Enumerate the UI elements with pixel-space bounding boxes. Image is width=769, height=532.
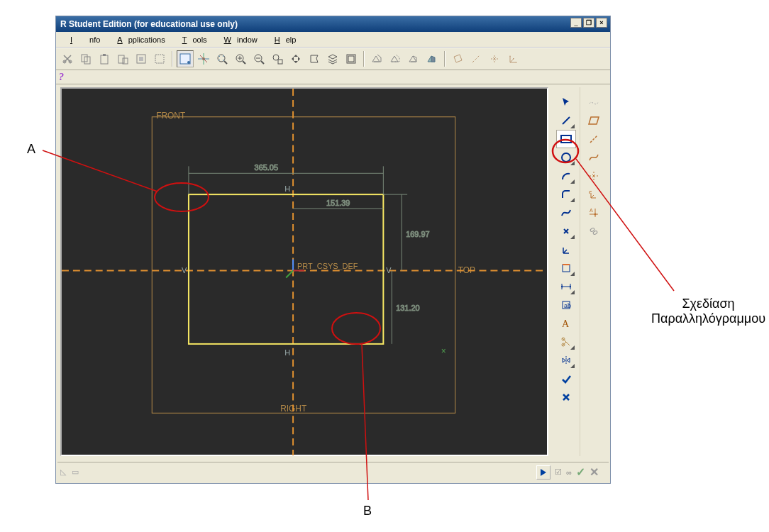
- parallelogram-tool[interactable]: [584, 111, 604, 130]
- svg-point-11: [187, 61, 190, 64]
- sketch-toolbars: ab A A: [553, 87, 609, 456]
- tangent-tool[interactable]: [584, 167, 604, 185]
- svg-text:A: A: [562, 318, 570, 329]
- line-tool[interactable]: [556, 111, 576, 130]
- window-buttons: _ ❐ ×: [570, 18, 607, 28]
- dim-half-width: 151.39: [326, 199, 350, 207]
- fillet-tool[interactable]: [556, 185, 576, 204]
- svg-line-17: [224, 61, 227, 64]
- svg-text:V: V: [182, 266, 187, 275]
- quit-tool[interactable]: [556, 388, 576, 406]
- paste-button[interactable]: [96, 50, 113, 67]
- status-check-icon: ☑: [555, 467, 562, 477]
- centerline-tool[interactable]: [584, 130, 604, 148]
- label-B: B: [363, 504, 372, 519]
- paste-spec-button[interactable]: [114, 50, 131, 67]
- plane-disp-button[interactable]: [449, 50, 466, 67]
- sketch-toolbar-secondary: A: [580, 87, 607, 456]
- close-button[interactable]: ×: [596, 18, 607, 28]
- cut-button[interactable]: [59, 50, 76, 67]
- csys-disp-button[interactable]: [504, 50, 521, 67]
- done-tool[interactable]: [556, 370, 576, 388]
- graphics-area[interactable]: FRONT RIGHT TOP H H V V 365.05 151.39: [60, 87, 548, 456]
- svg-text:ab: ab: [564, 302, 571, 309]
- menu-help[interactable]: Help: [263, 34, 302, 45]
- spin-center-button[interactable]: [195, 50, 212, 67]
- point-tool[interactable]: [556, 222, 576, 240]
- svg-rect-5: [103, 54, 106, 56]
- label-A: A: [27, 142, 35, 157]
- svg-point-70: [594, 214, 596, 216]
- rectangle-tool[interactable]: [556, 130, 576, 148]
- label-rect-tool: Σχεδίαση Παραλληλόγραμμου: [651, 297, 765, 326]
- svg-rect-6: [118, 55, 124, 63]
- arc-tool[interactable]: [556, 167, 576, 185]
- csys-tool[interactable]: [556, 240, 576, 259]
- help-row: ?: [56, 70, 610, 84]
- offset-tool[interactable]: [584, 148, 604, 167]
- zoom-area-button[interactable]: [269, 50, 286, 67]
- menu-bar: Info Applications Tools Window Help: [56, 32, 610, 48]
- layers-button[interactable]: [324, 50, 341, 67]
- menu-tools[interactable]: Tools: [171, 34, 213, 45]
- svg-rect-26: [278, 60, 282, 64]
- select-area-button[interactable]: [151, 50, 168, 67]
- menu-applications[interactable]: Applications: [106, 34, 170, 45]
- minimize-button[interactable]: _: [570, 18, 582, 28]
- maximize-button[interactable]: ❐: [583, 18, 594, 28]
- application-window: R Student Edition (for educational use o…: [55, 16, 611, 484]
- shade-button[interactable]: [424, 50, 441, 67]
- construction-toggle[interactable]: [584, 93, 604, 111]
- hidden-button[interactable]: [387, 50, 404, 67]
- context-help-button[interactable]: ?: [59, 72, 64, 82]
- play-button[interactable]: [536, 465, 551, 480]
- status-bar: ◺ ▭ ☑ ∞ ✓ ✕: [57, 462, 609, 482]
- title-text: R Student Edition (for educational use o…: [60, 19, 238, 29]
- svg-line-67: [590, 135, 597, 143]
- repaint-button[interactable]: [343, 50, 360, 67]
- select-tool[interactable]: [556, 93, 576, 111]
- axis-disp-button[interactable]: [468, 50, 485, 67]
- sketch-view-button[interactable]: [177, 50, 194, 67]
- svg-line-19: [243, 61, 245, 64]
- svg-line-49: [563, 117, 570, 124]
- trim-tool[interactable]: [556, 333, 576, 351]
- zoom-out-button[interactable]: [250, 50, 267, 67]
- nohidden-button[interactable]: [405, 50, 422, 67]
- spline-tool[interactable]: [556, 204, 576, 222]
- svg-point-51: [562, 153, 570, 162]
- intersect-tool[interactable]: A: [584, 204, 604, 222]
- chain-tool[interactable]: [584, 222, 604, 240]
- use-edge-tool[interactable]: [556, 259, 576, 277]
- svg-rect-50: [561, 135, 571, 143]
- modify-tool[interactable]: ab: [556, 296, 576, 314]
- dim-half-height: 131.20: [396, 304, 419, 312]
- orient-button[interactable]: [287, 50, 304, 67]
- sketch-toolbar-primary: ab A: [553, 87, 580, 456]
- status-cancel-icon[interactable]: ✕: [590, 465, 599, 479]
- saved-view-button[interactable]: [306, 50, 323, 67]
- svg-line-23: [261, 61, 264, 64]
- status-icon-1: ◺: [60, 467, 66, 477]
- dim-height: 169.97: [406, 230, 429, 238]
- refit-button[interactable]: [214, 50, 231, 67]
- menu-info[interactable]: Info: [59, 34, 106, 45]
- sketch-canvas: FRONT RIGHT TOP H H V V 365.05 151.39: [62, 89, 547, 455]
- status-glasses-icon: ∞: [566, 468, 572, 477]
- regen-button[interactable]: [133, 50, 150, 67]
- constraint-tool[interactable]: A: [556, 314, 576, 333]
- menu-window[interactable]: Window: [213, 34, 263, 45]
- zoom-in-button[interactable]: [232, 50, 249, 67]
- status-ok-icon[interactable]: ✓: [576, 465, 585, 479]
- dimension-tool[interactable]: [556, 277, 576, 296]
- copy-button[interactable]: [77, 50, 94, 67]
- svg-text:H: H: [284, 348, 290, 357]
- mirror-tool[interactable]: [556, 351, 576, 370]
- project-tool[interactable]: [584, 185, 604, 204]
- svg-text:H: H: [284, 184, 290, 193]
- point-disp-button[interactable]: [486, 50, 503, 67]
- svg-rect-9: [155, 55, 164, 63]
- dim-width: 365.05: [255, 163, 278, 172]
- circle-tool[interactable]: [556, 148, 576, 167]
- wire-button[interactable]: [368, 50, 385, 67]
